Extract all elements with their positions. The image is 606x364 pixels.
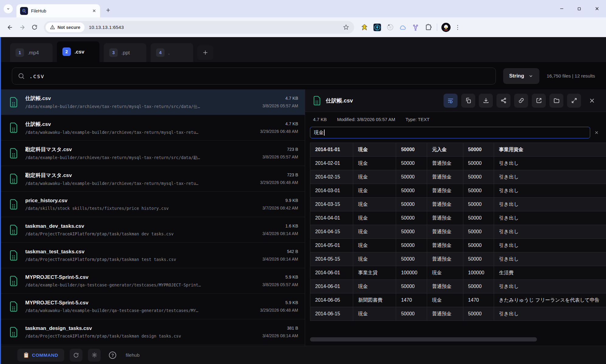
extension-lightning-icon[interactable] xyxy=(373,23,381,32)
csv-file-icon xyxy=(9,250,19,261)
extension-robot-icon[interactable] xyxy=(411,23,420,32)
file-row[interactable]: MYPROJECT-Sprint-5.csv /data/example-bui… xyxy=(1,268,305,294)
csv-cell: 現金 xyxy=(427,293,463,307)
not-secure-chip[interactable]: Not secure xyxy=(46,23,85,32)
expand-button[interactable] xyxy=(567,94,581,108)
file-size: 1.6 KB xyxy=(262,224,298,228)
settings-button[interactable] xyxy=(88,349,101,362)
help-button[interactable]: ? xyxy=(106,349,119,362)
csv-cell: 2014-03-15 xyxy=(310,198,353,211)
preview-metadata: 4.7 KB Modified: 3/8/2026 05:57 AM Type:… xyxy=(305,112,606,126)
csv-cell: 引き出し xyxy=(494,280,606,293)
csv-cell: 現金 xyxy=(353,170,396,184)
csv-cell: 普通預金 xyxy=(427,239,463,252)
add-search-tab-button[interactable] xyxy=(197,45,213,60)
csv-cell: 2014-04-01 xyxy=(310,211,353,225)
file-path: /data/example-builder/qa-testcase-genera… xyxy=(25,283,256,287)
preview-search-clear-icon[interactable] xyxy=(594,130,601,135)
copy-button[interactable] xyxy=(461,94,475,108)
csv-cell: 引き出し xyxy=(494,211,606,225)
extension-spiral-icon[interactable] xyxy=(386,23,394,32)
file-row[interactable]: 仕訳帳.csv /data/example-builder/archieve/t… xyxy=(1,89,305,115)
file-row[interactable]: MYPROJECT-Sprint-5.csv /data/wakuwaku-la… xyxy=(1,294,305,319)
file-path: /data/skills/stock_skills/tests/fixtures… xyxy=(25,206,256,211)
window-minimize-button[interactable] xyxy=(559,6,564,11)
csv-file-icon xyxy=(9,224,19,235)
preview-close-icon[interactable] xyxy=(586,95,598,107)
file-size: 9.9 KB xyxy=(262,198,298,203)
search-tab[interactable]: 2 .csv xyxy=(57,41,99,62)
csv-cell: 2014-06-05 xyxy=(310,293,353,307)
command-button[interactable]: COMMAND xyxy=(17,349,64,362)
csv-cell: 普通預金 xyxy=(427,225,463,239)
share-button[interactable] xyxy=(496,94,510,108)
forward-icon[interactable] xyxy=(17,22,27,33)
browser-menu-icon[interactable]: ⋮ xyxy=(455,24,460,31)
extension-cloud-icon[interactable] xyxy=(399,23,407,32)
search-input[interactable]: .csv xyxy=(12,68,496,85)
file-row[interactable]: taskman_test_tasks.csv /data/ProjectTrac… xyxy=(1,243,305,268)
csv-cell: 50000 xyxy=(463,252,494,266)
folder-button[interactable] xyxy=(549,94,563,108)
file-name: taskman_test_tasks.csv xyxy=(25,249,256,255)
search-mode-dropdown[interactable]: String xyxy=(503,68,539,84)
browser-titlebar: FileHub xyxy=(0,0,606,17)
extension-bird-icon[interactable] xyxy=(360,23,369,32)
download-button[interactable] xyxy=(479,94,493,108)
horizontal-scrollbar-thumb[interactable] xyxy=(310,337,537,341)
file-row[interactable]: taskman_design_tasks.csv /data/ProjectTr… xyxy=(1,319,305,345)
security-label: Not secure xyxy=(57,25,80,30)
browser-tab-filehub[interactable]: FileHub xyxy=(16,4,100,17)
open-external-button[interactable] xyxy=(532,94,546,108)
tab-label: . xyxy=(168,50,170,56)
csv-cell: 現金 xyxy=(353,225,396,239)
csv-cell: 2014-01-01 xyxy=(310,143,353,157)
file-date: 3/4/2026 08:14 AM xyxy=(262,333,298,338)
search-tab[interactable]: 3 .ppt xyxy=(104,43,146,62)
wrap-text-button[interactable] xyxy=(444,94,458,108)
bookmark-star-icon[interactable] xyxy=(343,24,349,30)
csv-cell: 50000 xyxy=(463,157,494,170)
new-browser-tab-button[interactable] xyxy=(106,8,111,13)
tab-search-chevron-icon[interactable] xyxy=(4,4,13,13)
file-row[interactable]: 勘定科目マスタ.csv /data/example-builder/archie… xyxy=(1,140,305,166)
refresh-button[interactable] xyxy=(70,349,82,362)
csv-cell: 100000 xyxy=(396,266,427,280)
file-name: 勘定科目マスタ.csv xyxy=(25,146,256,153)
window-maximize-button[interactable] xyxy=(577,6,582,11)
file-row[interactable]: 仕訳帳.csv /data/wakuwaku-lab/example-build… xyxy=(1,115,305,140)
address-bar[interactable]: Not secure 10.13.13.1:6543 xyxy=(44,21,354,34)
extensions-puzzle-icon[interactable] xyxy=(424,23,433,32)
csv-cell: 50000 xyxy=(396,225,427,239)
file-list: 仕訳帳.csv /data/example-builder/archieve/t… xyxy=(1,89,305,346)
csv-cell: 現金 xyxy=(353,211,396,225)
browser-tab-close-icon[interactable] xyxy=(91,8,97,14)
file-date: 3/8/2026 05:57 AM xyxy=(262,103,298,108)
file-date: 3/4/2026 08:14 AM xyxy=(262,231,298,236)
csv-cell: 現金 xyxy=(353,307,396,321)
file-name: taskman_dev_tasks.csv xyxy=(25,223,256,229)
csv-cell: 2014-06-01 xyxy=(310,266,353,280)
csv-cell: 2014-05-15 xyxy=(310,252,353,266)
csv-cell: 50000 xyxy=(396,280,427,293)
profile-avatar[interactable] xyxy=(441,23,451,32)
csv-cell: 2014-06-01 xyxy=(310,280,353,293)
file-size: 4.7 KB xyxy=(260,121,298,126)
url-text[interactable]: 10.13.13.1:6543 xyxy=(89,25,343,30)
preview-search-input[interactable]: 現金 xyxy=(310,127,590,138)
tab-badge: 2 xyxy=(62,47,71,56)
reload-icon[interactable] xyxy=(29,22,40,33)
link-button[interactable] xyxy=(514,94,528,108)
file-date: 3/8/2026 05:57 AM xyxy=(262,282,298,287)
preview-file-title: 仕訳帳.csv xyxy=(326,97,439,104)
file-row[interactable]: 勘定科目マスタ.csv /data/wakuwaku-lab/example-b… xyxy=(1,166,305,192)
csv-file-icon xyxy=(9,148,19,159)
file-row[interactable]: taskman_dev_tasks.csv /data/ProjectTrace… xyxy=(1,217,305,243)
search-tab[interactable]: 1 .mp4 xyxy=(10,43,53,62)
csv-cell: 普通預金 xyxy=(427,184,463,198)
browser-toolbar: Not secure 10.13.13.1:6543 ⋮ xyxy=(0,17,606,37)
file-row[interactable]: price_history.csv /data/skills/stock_ski… xyxy=(1,192,305,217)
search-tab[interactable]: 4 . xyxy=(151,43,193,62)
window-close-button[interactable] xyxy=(594,6,599,11)
back-icon[interactable] xyxy=(5,22,15,33)
